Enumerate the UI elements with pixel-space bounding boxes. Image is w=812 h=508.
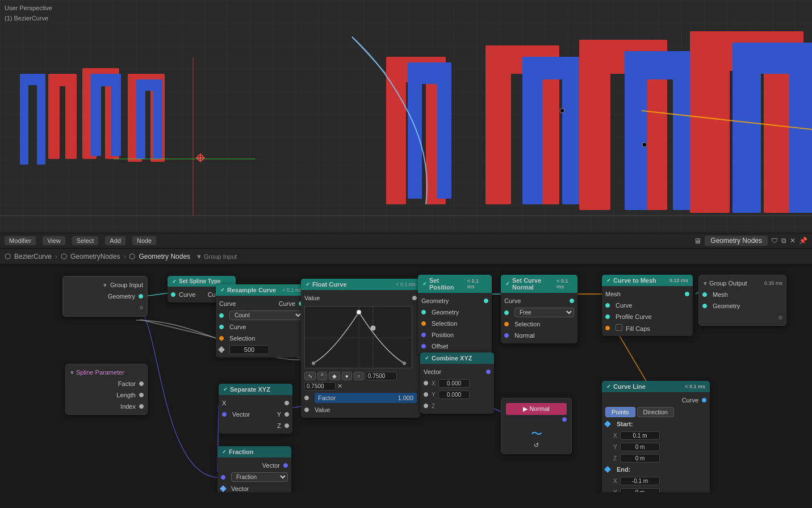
frac-vec2-socket[interactable] <box>220 485 226 492</box>
group-input-geometry-label: Geometry <box>108 293 135 300</box>
cl-start-socket[interactable] <box>604 421 610 427</box>
set-pos-sel-socket[interactable] <box>421 321 426 326</box>
view-menu[interactable]: View <box>43 236 65 245</box>
scn-curve-out[interactable] <box>570 299 574 303</box>
select-menu[interactable]: Select <box>72 236 99 245</box>
comb-y-in[interactable] <box>424 392 428 397</box>
go-extra-socket[interactable] <box>778 316 782 320</box>
group-input-title: Group Input <box>110 282 143 288</box>
cl-curve-out[interactable] <box>702 398 706 402</box>
separate-xyz-node: ✓ Separate XYZ X Vector Y Z <box>219 384 292 434</box>
resample-sel-socket[interactable] <box>219 336 224 341</box>
comb-vec-out[interactable] <box>486 370 491 374</box>
breadcrumb-modifier-icon: ⬡ <box>61 252 67 261</box>
resample-mode-select[interactable]: Count <box>229 310 303 320</box>
resample-timing: < 0.1 ms <box>282 287 302 293</box>
frac-vec-out[interactable] <box>283 463 288 468</box>
svg-point-72 <box>371 326 375 330</box>
ctm-curve-in[interactable] <box>605 303 610 308</box>
set-pos-pos-socket[interactable] <box>421 333 426 337</box>
fraction-node: ✓ Fraction Vector Fraction Vector <box>217 446 291 492</box>
cl-end-socket[interactable] <box>604 466 610 472</box>
cl-end-y[interactable] <box>620 488 660 493</box>
cl-label: Curve Line <box>613 383 646 390</box>
node-canvas[interactable]: ▼ Group Input Geometry ✓ Set Spline Type… <box>0 265 812 492</box>
cl-points-tab[interactable]: Points <box>605 407 635 417</box>
sep-x-out[interactable] <box>284 401 289 405</box>
normal-vec-out[interactable] <box>562 417 567 422</box>
ctm-profile-in[interactable] <box>605 314 610 319</box>
ctm-fillcaps-check[interactable] <box>616 324 622 331</box>
float-curve-graph[interactable] <box>304 306 412 368</box>
scn-check: ✓ <box>505 281 510 287</box>
normal-button[interactable]: ▶ Normal <box>506 403 567 415</box>
set-pos-offset-socket[interactable] <box>421 344 426 349</box>
sep-xyz-check: ✓ <box>223 387 228 392</box>
svg-rect-15 <box>625 51 696 79</box>
float-curve-val1[interactable] <box>366 372 397 380</box>
resample-count-input[interactable] <box>229 345 269 354</box>
modifier-menu[interactable]: Modifier <box>5 236 36 245</box>
resample-curve-in[interactable] <box>219 313 224 318</box>
scn-mode-select[interactable]: Free <box>514 308 574 317</box>
ctm-mesh-out[interactable] <box>685 292 689 296</box>
sp-chevron: ▼ <box>69 370 75 376</box>
sep-z-out[interactable] <box>284 423 289 428</box>
breadcrumb-beziercurve[interactable]: BezierCurve <box>14 253 52 261</box>
comb-y-val[interactable] <box>438 391 470 399</box>
close-icon[interactable]: ✕ <box>790 237 796 245</box>
float-curve-ctrl4[interactable]: ● <box>342 372 352 380</box>
go-geo-in[interactable] <box>702 304 707 308</box>
float-curve-factor-socket[interactable] <box>304 396 309 400</box>
group-input-extra-socket[interactable] <box>140 306 143 309</box>
set-pos-geo-out[interactable] <box>484 299 488 303</box>
sp-factor-out[interactable] <box>139 381 144 386</box>
float-curve-val2[interactable] <box>304 382 336 391</box>
sep-vec-in[interactable] <box>222 412 227 417</box>
svg-rect-45 <box>136 79 162 91</box>
cl-direction-tab[interactable]: Direction <box>637 407 674 417</box>
add-menu[interactable]: Add <box>105 236 125 245</box>
cl-start-x[interactable] <box>620 431 660 440</box>
scn-sel-socket[interactable] <box>504 322 509 326</box>
comb-x-val[interactable] <box>438 379 470 388</box>
sep-y-out[interactable] <box>284 412 289 417</box>
ctm-fillcaps-socket[interactable] <box>605 326 610 330</box>
float-curve-factor-bar[interactable]: Factor 1.000 <box>315 393 417 403</box>
float-curve-check: ✓ <box>305 282 310 287</box>
cl-start-y[interactable] <box>620 443 660 451</box>
breadcrumb-geonodes-modifier[interactable]: GeometryNodes <box>70 253 120 261</box>
viewport[interactable]: User Perspective (1) BezierCurve <box>0 0 812 233</box>
frac-mode-select[interactable]: Fraction <box>231 472 288 482</box>
shield-icon: 🛡 <box>771 237 778 245</box>
float-curve-value-socket[interactable] <box>304 408 309 412</box>
set-spline-curve-in[interactable] <box>171 292 175 297</box>
resample-count-socket[interactable] <box>218 346 224 352</box>
sp-length-out[interactable] <box>139 393 144 397</box>
node-menu[interactable]: Node <box>132 236 156 245</box>
resample-header: ✓ Resample Curve < 0.1 ms <box>216 284 307 296</box>
float-curve-ctrl3[interactable]: ◆ <box>329 372 340 380</box>
float-curve-close[interactable]: ✕ <box>337 383 342 390</box>
frac-vec-in[interactable] <box>221 475 225 480</box>
resample-curve-in2[interactable] <box>219 325 224 329</box>
normal-refresh-icon[interactable]: ↺ <box>506 442 567 449</box>
breadcrumb-geonodes[interactable]: Geometry Nodes <box>139 253 190 261</box>
cl-end-x[interactable] <box>620 477 660 485</box>
set-pos-geo-in[interactable] <box>421 310 426 314</box>
scn-curve-in[interactable] <box>504 310 509 315</box>
cl-start-z[interactable] <box>620 454 660 463</box>
ctm-timing: 0.12 ms <box>669 278 688 283</box>
sp-index-out[interactable] <box>139 404 144 409</box>
float-curve-ctrl2[interactable]: ^ <box>317 372 327 380</box>
comb-z-in[interactable] <box>424 404 428 408</box>
comb-x-in[interactable] <box>424 381 428 385</box>
set-position-node: ✓ Set Position < 0.1 ms Geometry Geometr… <box>418 275 492 354</box>
scn-normal-socket[interactable] <box>504 333 509 338</box>
group-input-geometry-socket[interactable] <box>139 294 143 299</box>
float-curve-ctrl5[interactable]: ○ <box>354 372 364 380</box>
go-mesh-in[interactable] <box>702 292 707 297</box>
float-curve-ctrl1[interactable]: ∿ <box>304 372 316 380</box>
pin-icon[interactable]: 📌 <box>799 237 807 245</box>
float-curve-val-out[interactable] <box>412 296 417 300</box>
